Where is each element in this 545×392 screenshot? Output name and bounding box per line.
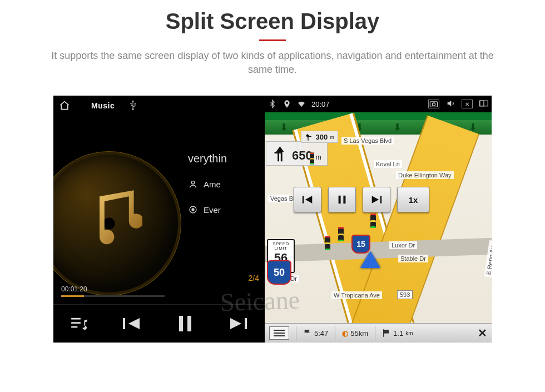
remaining-chip[interactable]: 1.1 km	[382, 329, 413, 338]
page-subtitle: It supports the same screen display of t…	[42, 49, 503, 77]
svg-rect-11	[245, 318, 247, 329]
svg-marker-10	[230, 318, 241, 329]
bluetooth-icon	[268, 100, 277, 108]
street-label: W Tropicana Ave	[331, 291, 382, 299]
close-button[interactable]: ✕	[478, 326, 487, 340]
street-label: S Las Vegas Blvd	[341, 137, 394, 145]
traffic-light-icon	[370, 214, 376, 228]
page-title: Split Screen Display	[0, 9, 545, 34]
location-icon	[283, 100, 291, 108]
camera-icon[interactable]	[428, 100, 439, 108]
screen-off-icon[interactable]: ✕	[462, 100, 473, 108]
lane-arrow-icon: ⬇	[280, 122, 288, 132]
nav-top-strip	[265, 112, 492, 120]
svg-rect-3	[71, 318, 81, 320]
turn-left-icon	[270, 144, 289, 163]
svg-rect-18	[339, 196, 341, 204]
distance-unit-2: km	[405, 330, 413, 336]
svg-rect-15	[480, 101, 484, 106]
distance-value-1: 55km	[350, 329, 368, 338]
eta-chip[interactable]: 5:47	[303, 329, 328, 338]
warning-icon: ◐	[342, 329, 348, 338]
prev-track-button[interactable]	[123, 316, 142, 331]
clock: 20:07	[311, 100, 330, 108]
svg-rect-4	[71, 322, 81, 324]
lane-arrow-icon: ⬇	[393, 122, 402, 132]
svg-rect-19	[343, 196, 345, 204]
progress-area[interactable]: 00:01:20	[61, 284, 165, 294]
music-panel: Music	[53, 96, 265, 343]
map-canvas[interactable]: S Las Vegas Blvd Koval Ln Duke Ellington…	[265, 135, 492, 324]
eta-value: 5:47	[314, 329, 328, 338]
elapsed-time: 00:01:20	[61, 285, 87, 293]
map-media-controls: 1x	[294, 187, 429, 212]
street-label: Stable Dr	[398, 255, 428, 262]
nav-bottom-bar: 5:47 ◐ 55km 1.1 km ✕	[265, 323, 492, 343]
turn-instruction: 650 m 300 m	[266, 141, 328, 166]
svg-rect-21	[380, 196, 382, 203]
svg-rect-16	[303, 196, 304, 203]
home-icon[interactable]	[59, 100, 70, 111]
next-track-button[interactable]	[228, 316, 247, 331]
next-turn-value: 300	[316, 133, 328, 141]
usb-icon	[129, 100, 137, 112]
flag-icon	[382, 329, 391, 338]
menu-button[interactable]	[269, 326, 289, 340]
street-label: Duke Ellington Way	[396, 171, 454, 179]
svg-rect-6	[123, 318, 125, 329]
svg-point-2	[192, 209, 194, 211]
wifi-icon	[297, 100, 306, 108]
system-status-bar: 20:07 ✕	[265, 96, 492, 112]
title-underline	[259, 39, 286, 41]
navigation-panel: 20:07 ✕ ⬇ ⬇	[265, 96, 492, 343]
flag-icon	[303, 329, 312, 338]
svg-point-13	[432, 103, 435, 106]
album-disc	[53, 151, 181, 296]
map-next-button[interactable]	[363, 187, 390, 212]
artist-icon	[188, 180, 198, 188]
distance-chip[interactable]: ◐ 55km	[342, 329, 368, 338]
svg-rect-22	[384, 330, 389, 334]
pause-button[interactable]	[177, 315, 193, 333]
distance-value-2: 1.1	[393, 329, 403, 338]
vehicle-cursor	[360, 251, 380, 268]
svg-rect-5	[71, 326, 77, 328]
map-prev-button[interactable]	[294, 187, 321, 212]
volume-icon[interactable]	[446, 99, 455, 110]
traffic-light-icon	[338, 227, 344, 241]
turn-left-icon	[305, 132, 314, 141]
traffic-light-icon	[310, 153, 314, 165]
svg-marker-17	[305, 196, 313, 203]
artist-name: Ame	[204, 180, 221, 189]
album-icon	[188, 205, 198, 214]
turn-distance-unit: m	[316, 153, 321, 161]
traffic-light-icon	[325, 236, 330, 250]
progress-bar[interactable]	[61, 295, 165, 297]
street-label: Koval Ln	[374, 160, 402, 168]
next-turn-instruction: 300 m	[301, 131, 338, 143]
music-app-title: Music	[91, 101, 115, 110]
track-counter: 2/4	[249, 274, 259, 282]
playlist-button[interactable]	[71, 316, 88, 331]
map-pause-button[interactable]	[328, 187, 356, 212]
split-screen-icon[interactable]	[479, 99, 488, 110]
song-title: verythin	[188, 152, 227, 165]
device-frame: Music	[53, 96, 492, 343]
interstate-shield: 50	[267, 260, 291, 285]
svg-point-0	[191, 181, 194, 184]
street-label: Luxor Dr	[389, 241, 417, 249]
svg-rect-9	[187, 316, 191, 331]
svg-marker-7	[128, 318, 140, 329]
album-name: Ever	[204, 205, 221, 215]
svg-rect-8	[179, 316, 183, 331]
svg-marker-20	[372, 196, 379, 203]
next-turn-unit: m	[330, 135, 334, 140]
route-shield: 593	[397, 290, 413, 299]
interstate-shield: 15	[351, 235, 370, 254]
playback-speed-button[interactable]: 1x	[397, 187, 429, 212]
